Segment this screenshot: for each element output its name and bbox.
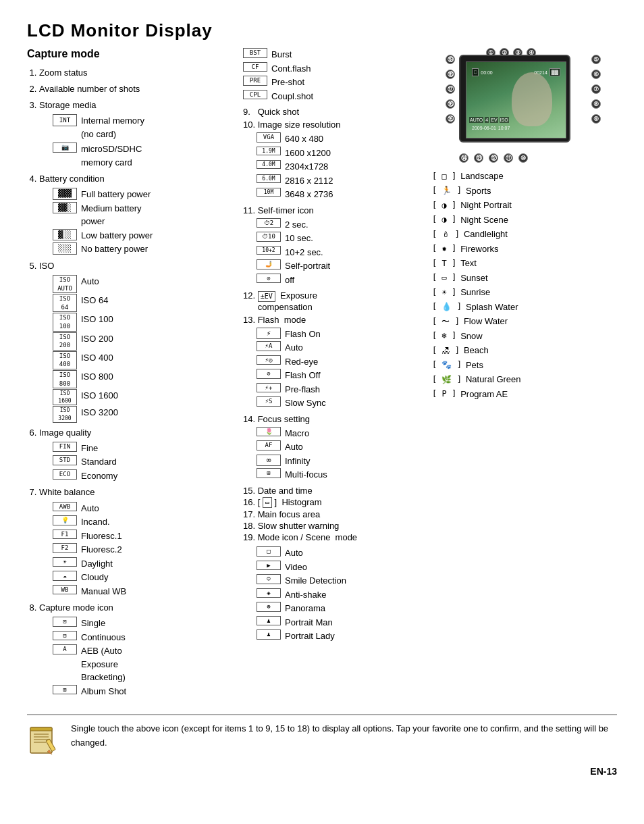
iso-100-icon: ISO100 xyxy=(53,313,77,331)
storage-int-label: Internal memory(no card) xyxy=(81,114,144,140)
scene-sports-label: Sports xyxy=(466,184,491,198)
storage-sd-label: microSD/SDHCmemory card xyxy=(81,143,142,169)
cam-num-15: ⑮ xyxy=(446,114,455,124)
cam-num-9: ⑨ xyxy=(591,114,601,124)
mode-portman-icon: ♟ xyxy=(257,616,281,626)
mode-portlady-icon: ♟ xyxy=(257,629,281,640)
scene-nightscene-icon: [ ◑ ] xyxy=(432,213,456,226)
scene-nightport-label: Night Portrait xyxy=(460,199,512,212)
flash-slow-label: Slow Sync xyxy=(285,396,326,410)
scene-list: [ □ ] Landscape [ 🏃 ] Sports [ ◑ ] Night… xyxy=(432,170,617,401)
quality-std-label: Standard xyxy=(81,455,117,469)
res-10-icon: 10M xyxy=(257,188,281,197)
cam-num-13: ⑬ xyxy=(474,153,483,163)
preshot-label: Pre-shot xyxy=(271,76,304,89)
cap-cont-icon: ⊟ xyxy=(53,631,77,641)
timer-off-icon: ⊘ xyxy=(257,274,281,284)
capture-mode-title: Capture mode xyxy=(27,48,236,60)
note-section: Single touch the above icon (except for … xyxy=(27,714,617,756)
focus-inf-label: Infinity xyxy=(285,455,311,468)
wb-man-label: Manual WB xyxy=(81,585,126,598)
scene-naturalgreen-label: Natural Green xyxy=(466,373,521,386)
flash-redeye-label: Red-eye xyxy=(285,355,318,369)
list-item: ISO ISOAUTOAuto ISO64ISO 64 ISO100ISO 10… xyxy=(39,259,236,423)
res-4-label: 2304x1728 xyxy=(285,160,328,174)
scene-landscape-icon: [ □ ] xyxy=(432,170,456,182)
scene-sunrise-label: Sunrise xyxy=(460,286,490,299)
burst-icon: BST xyxy=(243,48,267,58)
mode-video-icon: ▶ xyxy=(257,561,281,571)
list-item: Capture mode icon ⊡Single ⊟Continuous AA… xyxy=(39,600,236,698)
scene-candle-label: Candlelight xyxy=(464,228,508,241)
note-text: Single touch the above icon (except for … xyxy=(71,722,617,750)
res-10-label: 3648 x 2736 xyxy=(285,188,333,201)
couplshot-label: Coupl.shot xyxy=(271,90,313,103)
iso-64-label: ISO 64 xyxy=(81,294,108,307)
cam-num-6: ⑥ xyxy=(591,70,601,79)
flash-auto-label: Auto xyxy=(285,341,303,355)
scene-splashwater-icon: [ 💧 ] xyxy=(432,301,462,313)
res-6-icon: 6.0M xyxy=(257,174,281,183)
list-item: Zoom status xyxy=(39,66,236,80)
timer-2s-icon: ⏱2 xyxy=(257,218,281,228)
iso-auto-label: Auto xyxy=(81,275,99,288)
left-column: Capture mode Zoom status Available numbe… xyxy=(27,48,236,700)
mode-portman-label: Portrait Man xyxy=(285,616,333,629)
camera-screen: □ 00:00 00214 ▓▓ 2009-06-01 10:07 AUTO xyxy=(466,61,566,138)
right-column: ① ② ③ ④ □ 00:00 00214 ▓▓ xyxy=(425,48,617,700)
cap-album-icon: ⊞ xyxy=(53,685,77,695)
scene-nightscene-label: Night Scene xyxy=(460,213,508,227)
iso-200-icon: ISO200 xyxy=(53,332,77,351)
wb-day-label: Daylight xyxy=(81,557,113,571)
focus-multi-icon: ⊞ xyxy=(257,468,281,478)
wb-inc-icon: 💡 xyxy=(53,515,77,525)
timer-10s-label: 10 sec. xyxy=(285,232,313,245)
mode-portlady-label: Portrait Lady xyxy=(285,629,335,643)
mode-video-label: Video xyxy=(285,561,307,574)
scene-naturalgreen-icon: [ 🌿 ] xyxy=(432,374,462,386)
scene-pets-icon: [ 🐾 ] xyxy=(432,359,462,371)
cam-num-12: ⑫ xyxy=(489,153,498,163)
cam-date: 2009-06-01 xyxy=(472,126,496,130)
mode-auto-icon: □ xyxy=(257,546,281,557)
timer-label: 11. Self-timer icon xyxy=(243,205,425,215)
quality-eco-icon: ECO xyxy=(53,469,77,480)
cam-num-7: ⑦ xyxy=(591,84,601,94)
page-title: LCD Monitor Display xyxy=(27,20,617,41)
flash-redeye-icon: ⚡◎ xyxy=(257,355,281,365)
iso-auto-icon: ISOAUTO xyxy=(53,275,77,293)
scene-snow-label: Snow xyxy=(460,330,483,343)
battery-full-label: Full battery power xyxy=(81,188,151,201)
res-vga-label: 640 x 480 xyxy=(285,132,323,146)
focus-label: 14. Focus setting xyxy=(243,414,425,424)
storage-int-icon: INT xyxy=(53,114,77,126)
iso-3200-label: ISO 3200 xyxy=(81,406,118,419)
scene-beach-icon: [ 🏖 ] xyxy=(432,344,460,357)
quick-shot-label: 9. Quick shot xyxy=(243,107,425,117)
contflash-label: Cont.flash xyxy=(271,62,311,76)
wb-auto-icon: AWB xyxy=(53,502,77,512)
cap-aeb-label: AEB (AutoExposureBracketing) xyxy=(81,644,126,684)
mode-icon-label: 19. Mode icon / Scene mode xyxy=(243,532,425,542)
quality-std-icon: STD xyxy=(53,455,77,465)
quality-fine-icon: FIN xyxy=(53,442,77,452)
svg-rect-1 xyxy=(30,727,52,731)
wb-f2-label: Fluoresc.2 xyxy=(81,543,122,557)
battery-low-icon: ▓░░ xyxy=(53,229,77,240)
mode-antishake-label: Anti-shake xyxy=(285,588,326,602)
timer-off-label: off xyxy=(285,274,294,287)
page-number: EN-13 xyxy=(27,766,617,777)
focus-auto-icon: AF xyxy=(257,440,281,450)
mode-panorama-label: Panorama xyxy=(285,602,325,615)
iso-64-icon: ISO64 xyxy=(53,294,77,312)
burst-label: Burst xyxy=(271,48,292,61)
scene-flowwater-icon: [ 〜 ] xyxy=(432,315,460,328)
cam-num-10: ⑩ xyxy=(518,153,528,163)
res-6-label: 2816 x 2112 xyxy=(285,174,333,188)
contflash-icon: CF xyxy=(243,62,267,72)
histogram-icon: ▭ xyxy=(263,497,272,508)
scene-fireworks-icon: [ ✸ ] xyxy=(432,242,456,255)
iso-800-label: ISO 800 xyxy=(81,370,113,384)
iso-400-label: ISO 400 xyxy=(81,351,113,365)
cam-num-17: ⑰ xyxy=(446,84,455,94)
